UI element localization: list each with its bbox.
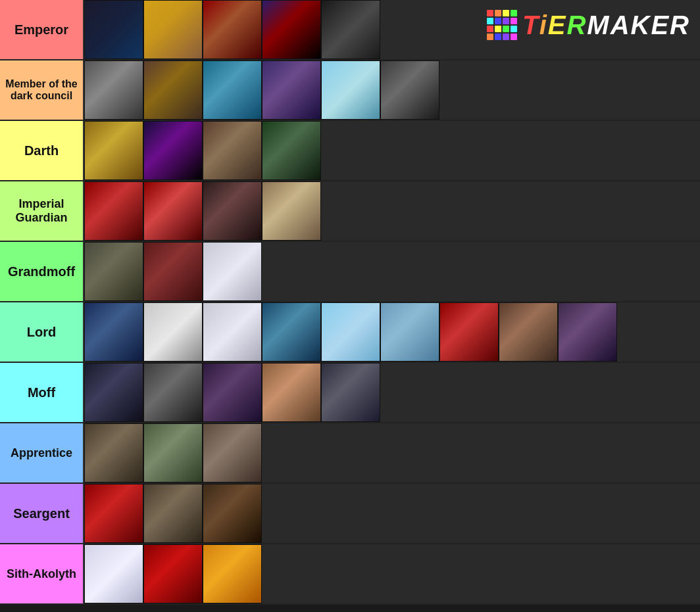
char-moff-1[interactable] (84, 363, 143, 422)
tier-content-imperial-guardian (83, 181, 700, 241)
logo-cell (487, 18, 493, 24)
char-apprentice-2[interactable] (143, 423, 203, 483)
char-moff-2[interactable] (143, 363, 203, 422)
logo-cell (495, 10, 501, 16)
char-emperor-1[interactable] (84, 0, 143, 59)
logo-cell (487, 26, 493, 32)
char-emperor-3[interactable] (203, 0, 262, 59)
tier-label-darth: Darth (0, 121, 83, 180)
char-seargent-2[interactable] (143, 484, 203, 543)
char-apprentice-1[interactable] (84, 423, 143, 483)
char-lord-2[interactable] (143, 302, 203, 362)
tier-label-grandmoff: Grandmoff (0, 242, 83, 301)
char-moff-4[interactable] (262, 363, 321, 422)
logo-text: TiERMAKER (522, 11, 690, 40)
tier-row-sith-akolyth: Sith-Akolyth (0, 544, 700, 605)
char-gm-2[interactable] (143, 242, 203, 301)
tier-list: TiERMAKER Emperor Member of the dark cou… (0, 0, 700, 605)
logo-cell (495, 26, 501, 32)
char-lord-1[interactable] (84, 302, 143, 362)
logo-cell (503, 26, 509, 32)
char-gm-1[interactable] (84, 242, 143, 301)
char-ig-1[interactable] (84, 181, 143, 241)
tier-content-dark-council (83, 60, 700, 120)
tier-content-grandmoff (83, 242, 700, 301)
char-seargent-1[interactable] (84, 484, 143, 543)
char-apprentice-3[interactable] (203, 423, 262, 483)
tier-content-apprentice (83, 423, 700, 483)
char-lord-5[interactable] (321, 302, 380, 362)
tier-label-seargent: Seargent (0, 484, 83, 543)
char-sith-akolyth-1[interactable] (84, 544, 143, 603)
logo-cell (503, 18, 509, 24)
char-moff-3[interactable] (203, 363, 262, 422)
tier-row-moff: Moff (0, 363, 700, 423)
char-sith-akolyth-2[interactable] (143, 544, 203, 603)
char-dc-4[interactable] (262, 60, 321, 120)
char-dc-2[interactable] (143, 60, 203, 120)
char-dc-3[interactable] (203, 60, 262, 120)
char-lord-6[interactable] (380, 302, 439, 362)
char-darth-3[interactable] (203, 121, 262, 180)
logo-cell (503, 10, 509, 16)
tier-label-imperial-guardian: Imperial Guardian (0, 181, 83, 241)
logo-grid (487, 10, 517, 40)
char-lord-4[interactable] (262, 302, 321, 362)
tier-row-darth: Darth (0, 121, 700, 181)
char-emperor-4[interactable] (262, 0, 321, 59)
char-darth-1[interactable] (84, 121, 143, 180)
logo-cell (511, 34, 517, 40)
tier-row-seargent: Seargent (0, 484, 700, 544)
char-dc-5[interactable] (321, 60, 380, 120)
tier-label-moff: Moff (0, 363, 83, 422)
char-moff-5[interactable] (321, 363, 380, 422)
tier-row-imperial-guardian: Imperial Guardian (0, 181, 700, 242)
char-dc-1[interactable] (84, 60, 143, 120)
tier-label-sith-akolyth: Sith-Akolyth (0, 544, 83, 603)
tier-content-darth (83, 121, 700, 180)
char-sith-akolyth-3[interactable] (203, 544, 262, 603)
char-ig-2[interactable] (143, 181, 203, 241)
tier-row-grandmoff: Grandmoff (0, 242, 700, 302)
char-emperor-2[interactable] (143, 0, 203, 59)
tier-content-moff (83, 363, 700, 422)
tier-row-lord: Lord (0, 302, 700, 363)
tier-label-apprentice: Apprentice (0, 423, 83, 483)
logo-cell (495, 34, 501, 40)
char-emperor-5[interactable] (321, 0, 380, 59)
char-darth-4[interactable] (262, 121, 321, 180)
char-lord-7[interactable] (439, 302, 499, 362)
char-dc-6[interactable] (380, 60, 439, 120)
tier-row-apprentice: Apprentice (0, 423, 700, 484)
tier-content-sith-akolyth (83, 544, 700, 603)
tier-content-seargent (83, 484, 700, 543)
logo-cell (487, 34, 493, 40)
char-seargent-3[interactable] (203, 484, 262, 543)
tier-row-dark-council: Member of the dark council (0, 60, 700, 121)
logo-cell (503, 34, 509, 40)
logo-cell (495, 18, 501, 24)
char-ig-3[interactable] (203, 181, 262, 241)
char-lord-3[interactable] (203, 302, 262, 362)
logo-cell (487, 10, 493, 16)
char-lord-9[interactable] (558, 302, 617, 362)
tier-content-lord (83, 302, 700, 362)
char-ig-4[interactable] (262, 181, 321, 241)
logo-cell (511, 18, 517, 24)
char-darth-2[interactable] (143, 121, 203, 180)
tier-label-lord: Lord (0, 302, 83, 362)
tier-label-emperor: Emperor (0, 0, 83, 59)
tiermaker-logo: TiERMAKER (487, 10, 690, 40)
logo-cell (511, 26, 517, 32)
char-gm-3[interactable] (203, 242, 262, 301)
tier-label-dark-council: Member of the dark council (0, 60, 83, 120)
logo-cell (511, 10, 517, 16)
char-lord-8[interactable] (499, 302, 558, 362)
